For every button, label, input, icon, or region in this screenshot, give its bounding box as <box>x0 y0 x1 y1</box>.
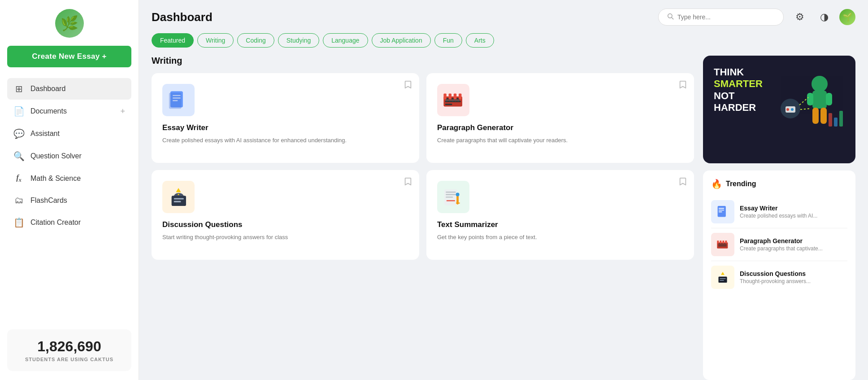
sidebar-item-assistant[interactable]: 💬 Assistant <box>7 123 131 144</box>
filter-coding[interactable]: Coding <box>237 33 274 48</box>
svg-rect-50 <box>839 111 843 127</box>
svg-rect-31 <box>446 197 453 197</box>
trending-title: Trending <box>726 180 756 188</box>
sidebar-item-question-solver[interactable]: 🔍 Question Solver <box>7 145 131 167</box>
trending-paragraph-name: Paragraph Generator <box>740 237 847 245</box>
card-essay-writer-title: Essay Writer <box>162 123 408 132</box>
svg-rect-16 <box>446 99 448 101</box>
svg-point-23 <box>178 194 179 195</box>
svg-rect-15 <box>445 104 452 105</box>
promo-text: THINK SMARTER NOT HARDER <box>714 66 763 114</box>
svg-rect-39 <box>826 93 832 105</box>
theme-toggle-button[interactable]: ◑ <box>815 8 833 26</box>
search-input[interactable] <box>677 13 775 21</box>
trending-info-discussion: Discussion Questions Thought-provoking a… <box>740 270 847 284</box>
stats-label: STUDENTS ARE USING CAKTUS <box>16 357 122 362</box>
add-document-icon[interactable]: + <box>120 107 125 116</box>
promo-line3: NOT <box>714 90 763 102</box>
sidebar-item-math-science[interactable]: fx Math & Science <box>7 168 131 189</box>
sidebar-item-label: Assistant <box>30 130 125 138</box>
trending-discussion-name: Discussion Questions <box>740 270 847 277</box>
sidebar-item-label: Dashboard <box>30 85 125 93</box>
svg-rect-53 <box>719 210 724 210</box>
create-essay-button[interactable]: Create New Essay + <box>7 46 131 67</box>
trending-header: 🔥 Trending <box>711 179 847 189</box>
sidebar-item-dashboard[interactable]: ⊞ Dashboard <box>7 78 131 100</box>
trending-item-essay-writer[interactable]: Essay Writer Create polished essays with… <box>711 196 847 228</box>
question-solver-icon: 🔍 <box>13 151 24 162</box>
promo-line2: SMARTER <box>714 78 763 90</box>
card-summarizer-icon <box>437 181 683 213</box>
svg-point-45 <box>791 108 794 111</box>
filter-studying[interactable]: Studying <box>278 33 319 48</box>
filter-job-application[interactable]: Job Application <box>372 33 431 48</box>
svg-rect-7 <box>169 93 182 109</box>
filter-arts[interactable]: Arts <box>466 33 494 48</box>
trending-item-discussion-questions[interactable]: Discussion Questions Thought-provoking a… <box>711 261 847 293</box>
topbar-icons: ⚙ ◑ 🌱 <box>791 8 855 26</box>
bookmark-text-summarizer[interactable] <box>679 177 687 188</box>
card-essay-writer[interactable]: Essay Writer Create polished essays with… <box>152 73 419 163</box>
svg-rect-29 <box>446 192 456 192</box>
svg-rect-40 <box>812 108 819 124</box>
card-text-summarizer[interactable]: Text Summarizer Get the key points from … <box>426 170 694 260</box>
citation-icon: 📋 <box>13 217 24 228</box>
sidebar-item-label: Documents <box>30 107 114 115</box>
right-panel: THINK SMARTER NOT HARDER <box>703 56 855 380</box>
trending-thumb-essay <box>711 200 734 223</box>
promo-illustration <box>775 68 846 151</box>
settings-button[interactable]: ⚙ <box>791 8 809 26</box>
sidebar-item-documents[interactable]: 📄 Documents + <box>7 100 131 122</box>
logo-icon: 🌿 <box>55 9 84 38</box>
content-area: Writing <box>139 48 868 380</box>
trending-discussion-desc: Thought-provoking answers... <box>740 278 829 284</box>
topbar: Dashboard ⚙ ◑ 🌱 <box>139 0 868 26</box>
bookmark-paragraph-generator[interactable] <box>679 80 687 92</box>
svg-marker-24 <box>176 188 181 192</box>
sidebar-item-flashcards[interactable]: 🗂 FlashCards <box>7 190 131 211</box>
svg-rect-32 <box>447 200 455 201</box>
svg-rect-60 <box>722 240 724 244</box>
trending-thumb-paragraph <box>711 233 734 256</box>
svg-rect-25 <box>172 196 186 206</box>
cards-grid: Essay Writer Create polished essays with… <box>152 73 694 260</box>
svg-rect-14 <box>459 94 461 100</box>
trending-item-paragraph-generator[interactable]: Paragraph Generator Create paragraphs th… <box>711 228 847 261</box>
filter-language[interactable]: Language <box>323 33 368 48</box>
svg-rect-48 <box>829 113 832 127</box>
card-paragraph-title: Paragraph Generator <box>437 123 683 132</box>
bookmark-discussion-questions[interactable] <box>404 177 412 188</box>
promo-banner[interactable]: THINK SMARTER NOT HARDER <box>703 56 855 163</box>
card-summarizer-title: Text Summarizer <box>437 220 683 229</box>
svg-rect-65 <box>720 278 725 279</box>
card-paragraph-generator[interactable]: Paragraph Generator Create paragraphs th… <box>426 73 694 163</box>
sidebar-item-label: Citation Creator <box>30 218 125 227</box>
svg-rect-12 <box>449 94 451 100</box>
svg-rect-66 <box>720 280 724 281</box>
flashcards-icon: 🗂 <box>13 195 24 205</box>
svg-line-47 <box>800 109 811 109</box>
card-discussion-title: Discussion Questions <box>162 220 408 229</box>
page-title: Dashboard <box>152 10 651 24</box>
bookmark-essay-writer[interactable] <box>404 80 412 92</box>
trending-info-paragraph: Paragraph Generator Create paragraphs th… <box>740 237 847 252</box>
sidebar-item-label: Math & Science <box>30 175 125 183</box>
svg-rect-27 <box>174 201 181 202</box>
svg-rect-49 <box>834 118 838 127</box>
search-bar <box>658 9 784 26</box>
svg-rect-19 <box>454 99 456 101</box>
card-discussion-questions[interactable]: Discussion Questions Start writing thoug… <box>152 170 419 260</box>
avatar[interactable]: 🌱 <box>839 9 855 25</box>
cards-area: Writing <box>152 56 694 380</box>
trending-paragraph-desc: Create paragraphs that captivate... <box>740 245 829 252</box>
logo: 🌿 <box>7 9 131 38</box>
sidebar-item-citation-creator[interactable]: 📋 Citation Creator <box>7 212 131 233</box>
promo-line1: THINK <box>714 66 763 78</box>
card-summarizer-desc: Get the key points from a piece of text. <box>437 233 683 242</box>
svg-rect-13 <box>454 94 456 100</box>
trending-thumb-discussion <box>711 266 734 289</box>
filter-writing[interactable]: Writing <box>197 33 234 48</box>
svg-rect-58 <box>717 240 719 244</box>
filter-featured[interactable]: Featured <box>152 33 194 48</box>
filter-fun[interactable]: Fun <box>434 33 462 48</box>
